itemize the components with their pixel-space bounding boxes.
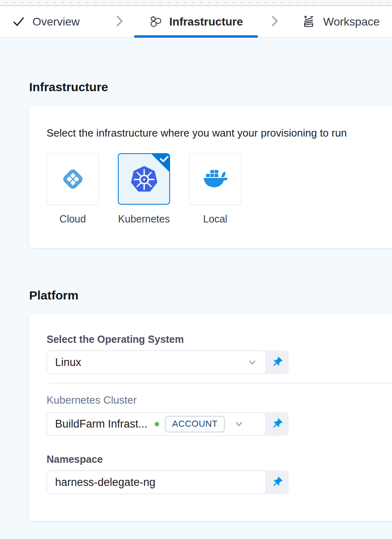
option-kubernetes: Kubernetes	[118, 153, 170, 225]
tab-overview[interactable]: Overview	[12, 6, 80, 37]
tab-infrastructure[interactable]: Infrastructure	[148, 6, 243, 37]
platform-heading: Platform	[29, 289, 392, 302]
chevron-right-icon	[115, 14, 124, 30]
option-cloud: Cloud	[47, 153, 99, 225]
option-local-tile[interactable]	[189, 153, 241, 205]
active-tab-underline	[134, 35, 258, 38]
cluster-select[interactable]: BuildFarm Infrast... ACCOUNT	[47, 412, 266, 436]
cluster-field-label: Kubernetes Cluster	[47, 394, 392, 406]
option-cloud-tile[interactable]	[47, 153, 99, 205]
os-field-label: Select the Operating System	[47, 333, 392, 345]
field-divider	[50, 383, 392, 383]
docker-whale-icon	[200, 168, 230, 190]
cloud-icon	[60, 166, 86, 192]
infrastructure-heading: Infrastructure	[29, 81, 392, 94]
window-top-strip	[0, 0, 392, 6]
tab-overview-label: Overview	[32, 15, 80, 28]
option-kubernetes-label: Kubernetes	[118, 213, 170, 225]
layers-icon	[301, 15, 316, 29]
scope-badge: ACCOUNT	[165, 416, 225, 432]
check-icon	[12, 15, 25, 28]
chevron-right-icon	[270, 14, 279, 30]
option-local-label: Local	[203, 213, 228, 225]
selected-check-icon	[150, 154, 170, 175]
pin-icon	[271, 418, 283, 430]
option-cloud-label: Cloud	[60, 213, 86, 225]
tab-workspace[interactable]: Workspace	[301, 6, 380, 37]
os-field-row: Linux	[47, 351, 392, 374]
hexagons-icon	[148, 15, 162, 29]
namespace-field-row	[47, 471, 392, 494]
infrastructure-prompt: Select the infrastructure where you want…	[47, 126, 392, 139]
option-kubernetes-tile[interactable]	[118, 153, 170, 205]
infrastructure-options: Cloud	[47, 153, 392, 225]
infrastructure-card: Select the infrastructure where you want…	[29, 106, 392, 248]
wizard-stepper: Overview Infrastructure	[0, 6, 392, 38]
cluster-select-value: BuildFarm Infrast...	[55, 418, 147, 430]
os-select[interactable]: Linux	[47, 351, 266, 374]
pin-icon	[271, 476, 283, 488]
platform-card: Select the Operating System Linux Kubern…	[29, 314, 392, 521]
chevron-down-icon	[247, 357, 258, 368]
tab-workspace-label: Workspace	[323, 15, 380, 28]
namespace-field-label: Namespace	[47, 453, 392, 465]
os-select-value: Linux	[55, 356, 238, 369]
chevron-down-icon	[234, 419, 244, 429]
namespace-input[interactable]	[47, 471, 266, 494]
option-local: Local	[189, 153, 241, 225]
tab-infrastructure-label: Infrastructure	[169, 15, 243, 28]
pin-icon	[271, 356, 283, 368]
connector-status-dot	[155, 422, 159, 426]
cluster-field-row: BuildFarm Infrast... ACCOUNT	[47, 412, 392, 436]
